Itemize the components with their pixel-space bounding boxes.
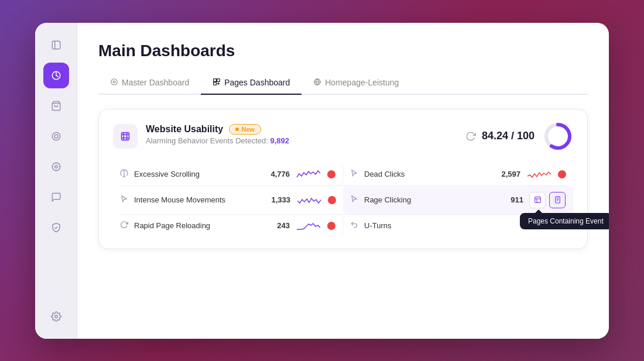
sidebar-item-chat[interactable] (43, 184, 69, 210)
metric-rage-clicking-icon (350, 195, 358, 205)
svg-point-6 (52, 163, 60, 171)
usability-widget: Website Usability New Alarming Behavior … (98, 109, 588, 249)
sidebar-item-collapse[interactable] (43, 32, 69, 58)
metric-rage-clicking: Rage Clicking 911 Pages Containing Event (343, 186, 573, 214)
svg-rect-15 (214, 78, 217, 81)
action-buttons-container: Pages Containing Event (529, 192, 566, 208)
metric-dead-clicks-value: 2,597 (501, 170, 520, 178)
sidebar-item-settings[interactable] (43, 304, 69, 329)
metric-excessive-scrolling-icon (120, 169, 128, 179)
metric-intense-mouse-icon (120, 195, 128, 205)
metric-excessive-scrolling: Excessive Scrolling 4,776 (113, 163, 343, 185)
svg-rect-0 (52, 41, 60, 49)
sidebar-item-recordings[interactable] (43, 154, 69, 180)
tooltip: Pages Containing Event (520, 213, 609, 229)
svg-point-14 (113, 81, 115, 83)
sparkline-dead-clicks (526, 169, 552, 180)
sparkline-excessive-scrolling (296, 169, 321, 180)
metric-rapid-reloading-icon (120, 221, 128, 231)
sidebar-item-shield[interactable] (43, 215, 69, 240)
widget-title: Website Usability (146, 124, 223, 135)
svg-point-5 (54, 135, 58, 138)
tabs-container: Master Dashboard Pages Dashboard Homepag… (98, 72, 588, 95)
metrics-grid: Excessive Scrolling 4,776 Dead Clicks 2,… (113, 163, 573, 237)
sidebar (35, 23, 77, 339)
metric-dead-clicks-name: Dead Clicks (364, 170, 495, 178)
metric-dead-clicks-alert (558, 170, 566, 178)
widget-icon (113, 124, 138, 149)
tab-pages-icon (213, 78, 221, 88)
tab-pages[interactable]: Pages Dashboard (201, 72, 302, 95)
widget-title-area: Website Usability New Alarming Behavior … (146, 124, 289, 145)
metric-excessive-scrolling-alert (327, 170, 335, 178)
svg-rect-16 (217, 78, 220, 81)
widget-subtitle: Alarming Behavior Events Detected: 9,892 (146, 136, 289, 145)
metric-intense-mouse-alert (328, 196, 336, 204)
metric-rage-clicking-value: 911 (511, 195, 523, 204)
page-title: Main Dashboards (98, 42, 588, 60)
widget-header-left: Website Usability New Alarming Behavior … (113, 124, 289, 149)
subtitle-count: 9,892 (270, 136, 289, 145)
metric-excessive-scrolling-value: 4,776 (270, 170, 290, 178)
badge-dot (235, 128, 239, 131)
badge-new: New (229, 124, 261, 135)
sidebar-item-shopping[interactable] (43, 93, 69, 119)
metric-intense-mouse: Intense Mouse Movements 1,333 (113, 186, 343, 214)
score-text: 84.24 / 100 (465, 130, 535, 142)
metric-rapid-reloading-value: 243 (277, 221, 290, 230)
metric-dead-clicks: Dead Clicks 2,597 (343, 163, 573, 185)
tab-homepage[interactable]: Homepage-Leistung (302, 72, 410, 95)
tab-master[interactable]: Master Dashboard (98, 72, 201, 95)
tab-master-icon (110, 78, 118, 88)
metric-intense-mouse-name: Intense Mouse Movements (134, 195, 265, 204)
chart-view-button[interactable] (529, 192, 546, 208)
widget-header: Website Usability New Alarming Behavior … (113, 121, 573, 152)
metric-dead-clicks-icon (350, 169, 358, 179)
svg-rect-17 (214, 82, 217, 85)
svg-rect-29 (535, 197, 540, 203)
tab-homepage-icon (313, 78, 321, 88)
metric-u-turns-icon (350, 221, 358, 231)
metric-intense-mouse-value: 1,333 (271, 195, 290, 204)
svg-point-12 (54, 315, 57, 318)
sidebar-item-sessions[interactable] (43, 123, 69, 149)
svg-point-7 (54, 165, 57, 168)
widget-title-row: Website Usability New (146, 124, 289, 135)
svg-point-4 (52, 132, 60, 140)
metric-rapid-reloading: Rapid Page Reloading 243 (113, 215, 343, 237)
main-content: Main Dashboards Master Dashboard Pages D… (77, 23, 609, 339)
metric-rapid-reloading-name: Rapid Page Reloading (134, 221, 271, 230)
widget-score: 84.24 / 100 (465, 121, 573, 152)
sidebar-item-dashboard[interactable] (43, 63, 69, 88)
refresh-icon (465, 131, 476, 142)
svg-point-13 (111, 78, 118, 85)
sparkline-intense-mouse (296, 195, 322, 205)
metric-rapid-reloading-alert (327, 222, 335, 230)
donut-chart (543, 121, 573, 152)
metric-rage-clicking-name: Rage Clicking (364, 195, 505, 204)
pages-view-button[interactable] (549, 192, 566, 208)
svg-rect-22 (122, 132, 129, 140)
app-container: Main Dashboards Master Dashboard Pages D… (35, 23, 609, 339)
sparkline-rapid-reloading (296, 221, 321, 231)
metric-excessive-scrolling-name: Excessive Scrolling (134, 170, 265, 178)
